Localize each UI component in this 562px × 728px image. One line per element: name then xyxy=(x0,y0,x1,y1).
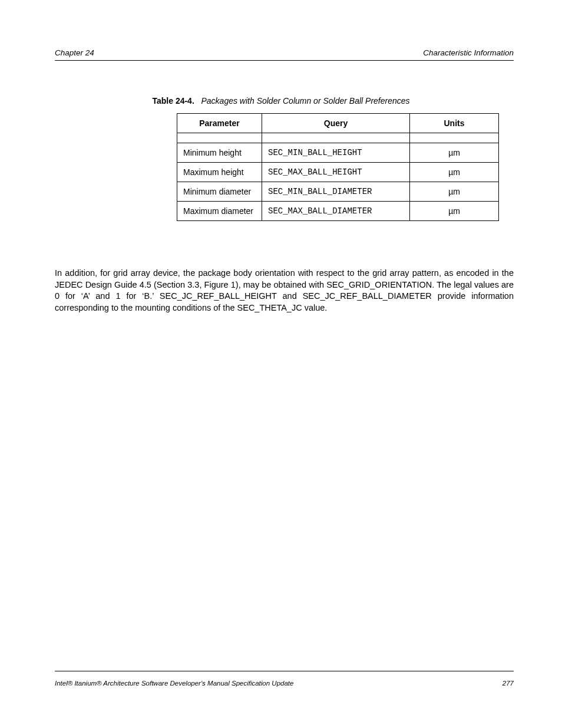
footer-rule xyxy=(55,671,514,671)
cell-parameter: Minimum diameter xyxy=(177,182,262,202)
body-text: In addition, for grid array device, the … xyxy=(55,268,514,322)
cell-parameter: Minimum height xyxy=(177,143,262,163)
table-title: Packages with Solder Column or Solder Ba… xyxy=(201,96,409,106)
paragraph: In addition, for grid array device, the … xyxy=(55,268,514,314)
table-row: Maximum diameter SEC_MAX_BALL_DIAMETER µ… xyxy=(177,202,499,221)
header-section-title: Characteristic Information xyxy=(423,48,514,57)
cell-query: SEC_MAX_BALL_DIAMETER xyxy=(262,202,410,221)
page-footer: Intel® Itanium® Architecture Software De… xyxy=(55,680,514,687)
footer-doc-title: Intel® Itanium® Architecture Software De… xyxy=(55,680,293,687)
cell-query: SEC_MIN_BALL_DIAMETER xyxy=(262,182,410,202)
parameters-table: Parameter Query Units Minimum height SEC… xyxy=(177,113,499,221)
table-label: Table 24-4. xyxy=(152,96,194,106)
table-row: Minimum diameter SEC_MIN_BALL_DIAMETER µ… xyxy=(177,182,499,202)
cell-units: µm xyxy=(410,163,499,182)
cell-parameter: Maximum diameter xyxy=(177,202,262,221)
table-header-row: Parameter Query Units xyxy=(177,114,499,133)
col-header-parameter: Parameter xyxy=(177,114,262,133)
table-row: Minimum height SEC_MIN_BALL_HEIGHT µm xyxy=(177,143,499,163)
table-row: Maximum height SEC_MAX_BALL_HEIGHT µm xyxy=(177,163,499,182)
cell-query: SEC_MIN_BALL_HEIGHT xyxy=(262,143,410,163)
table-header-underline xyxy=(177,133,499,143)
header-rule xyxy=(55,60,514,61)
cell-query: SEC_MAX_BALL_HEIGHT xyxy=(262,163,410,182)
cell-units: µm xyxy=(410,202,499,221)
cell-units: µm xyxy=(410,143,499,163)
cell-parameter: Maximum height xyxy=(177,163,262,182)
page-header: Chapter 24 Characteristic Information xyxy=(55,48,514,57)
header-chapter: Chapter 24 xyxy=(55,48,94,57)
cell-units: µm xyxy=(410,182,499,202)
footer-page-number: 277 xyxy=(503,680,514,687)
col-header-units: Units xyxy=(410,114,499,133)
table-caption: Table 24-4. Packages with Solder Column … xyxy=(0,96,562,106)
col-header-query: Query xyxy=(262,114,410,133)
